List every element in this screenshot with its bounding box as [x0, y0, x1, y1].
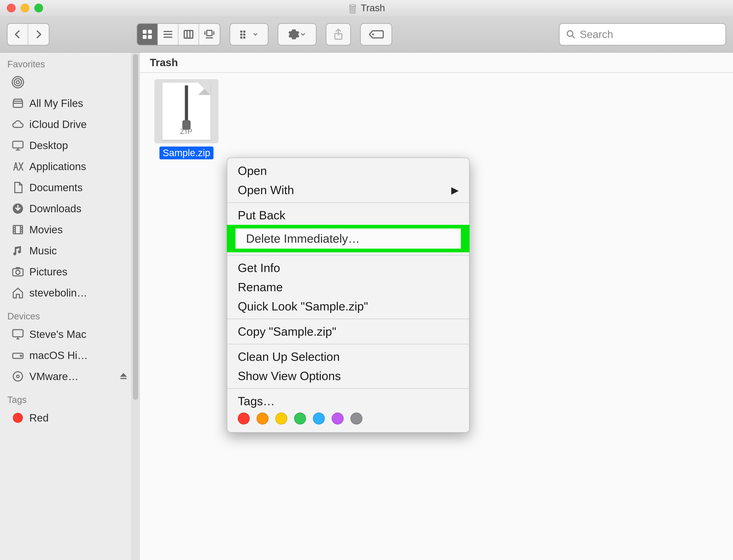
zip-file-icon: ZIP — [162, 83, 210, 140]
svg-point-0 — [349, 4, 355, 6]
menu-item-label: Put Back — [238, 208, 285, 222]
sidebar-item-label: Pictures — [29, 266, 139, 278]
edit-tags-button[interactable] — [360, 23, 392, 46]
sidebar-item-label: macOS Hi… — [29, 349, 139, 362]
sidebar-heading-favorites: Favorites — [0, 58, 139, 72]
sidebar-item-applications[interactable]: Applications — [0, 156, 139, 177]
sidebar-item-tag-red[interactable]: Red — [0, 407, 139, 428]
sidebar-item-movies[interactable]: Movies — [0, 219, 139, 240]
file-ext-label: ZIP — [162, 127, 210, 136]
allfiles-icon — [11, 97, 24, 110]
menu-item-label: Show View Options — [238, 369, 341, 383]
movies-icon — [11, 223, 24, 236]
tag-circle-red[interactable] — [238, 413, 250, 424]
window-title-text: Trash — [361, 3, 385, 14]
sidebar-item-disc-vmware[interactable]: VMware… — [0, 366, 139, 387]
file-item[interactable]: ZIP Sample.zip — [150, 79, 223, 159]
sidebar-item-desktop[interactable]: Desktop — [0, 135, 139, 156]
sidebar-item-label: iCloud Drive — [29, 118, 139, 130]
location-header: Trash — [140, 53, 733, 73]
file-grid[interactable]: ZIP Sample.zip Open Open With ▶ Put Back — [140, 73, 733, 560]
tag-circle-yellow[interactable] — [275, 413, 287, 424]
menu-separator — [227, 202, 469, 203]
menu-item-label: Copy "Sample.zip" — [238, 325, 336, 338]
sidebar-item-label: Movies — [29, 223, 139, 236]
scrollbar-thumb[interactable] — [133, 54, 138, 400]
search-field[interactable] — [559, 23, 726, 46]
tag-circle-gray[interactable] — [350, 413, 362, 424]
sidebar-item-label: Red — [29, 412, 139, 424]
svg-point-38 — [16, 375, 19, 378]
menu-item-quick-look[interactable]: Quick Look "Sample.zip" — [227, 297, 469, 316]
search-input[interactable] — [580, 28, 719, 41]
view-mode-segment — [136, 23, 220, 46]
sidebar-item-all-my-files[interactable]: All My Files — [0, 93, 139, 114]
window-title: Trash — [0, 3, 733, 14]
sidebar-item-airdrop[interactable] — [0, 72, 139, 93]
action-menu-button[interactable] — [277, 23, 316, 46]
menu-item-clean-up-selection[interactable]: Clean Up Selection — [227, 347, 469, 366]
tag-icon — [368, 29, 384, 40]
menu-item-open[interactable]: Open — [227, 161, 469, 180]
sidebar-item-disk-macos[interactable]: macOS Hi… — [0, 345, 139, 366]
menu-separator — [227, 255, 469, 256]
minimize-window-button[interactable] — [21, 4, 29, 12]
nav-back-forward — [7, 23, 49, 46]
eject-icon[interactable] — [119, 372, 128, 381]
menu-item-delete-immediately[interactable]: Delete Immediately… — [235, 228, 461, 249]
sidebar-item-music[interactable]: Music — [0, 240, 139, 261]
sidebar-item-label: stevebolin… — [29, 287, 139, 299]
menu-item-label: Open — [238, 164, 267, 178]
tag-circle-blue[interactable] — [313, 413, 325, 424]
sidebar-item-label: All My Files — [29, 97, 139, 109]
tag-circle-green[interactable] — [294, 413, 306, 424]
coverflow-view-button[interactable] — [199, 24, 220, 45]
sidebar-item-home[interactable]: stevebolin… — [0, 282, 139, 303]
list-view-button[interactable] — [158, 24, 178, 45]
share-button[interactable] — [326, 23, 351, 46]
column-view-button[interactable] — [178, 24, 199, 45]
tag-circle-purple[interactable] — [332, 413, 343, 424]
menu-item-show-view-options[interactable]: Show View Options — [227, 366, 469, 386]
close-window-button[interactable] — [7, 4, 16, 12]
sidebar-item-label: VMware… — [29, 370, 114, 383]
fullscreen-window-button[interactable] — [34, 4, 43, 12]
svg-rect-18 — [243, 30, 245, 33]
menu-item-tags[interactable]: Tags… — [227, 391, 469, 409]
menu-item-label: Get Info — [238, 261, 280, 275]
svg-rect-11 — [207, 30, 212, 35]
menu-item-put-back[interactable]: Put Back — [227, 206, 469, 225]
menu-item-get-info[interactable]: Get Info — [227, 258, 469, 277]
share-icon — [333, 28, 344, 41]
desktop-icon — [11, 139, 24, 152]
menu-item-label: Open With — [238, 183, 294, 197]
imac-icon — [11, 328, 24, 341]
pictures-icon — [11, 265, 24, 278]
menu-item-label: Clean Up Selection — [238, 350, 340, 364]
file-name-label[interactable]: Sample.zip — [159, 147, 213, 159]
menu-item-label: Delete Immediately… — [246, 232, 360, 245]
back-button[interactable] — [8, 24, 28, 45]
menu-item-open-with[interactable]: Open With ▶ — [227, 180, 469, 200]
svg-line-24 — [572, 35, 575, 38]
menu-item-copy[interactable]: Copy "Sample.zip" — [227, 322, 469, 341]
svg-rect-20 — [243, 36, 245, 38]
highlight-annotation: Delete Immediately… — [227, 225, 470, 252]
sidebar: Favorites All My Files iCloud Drive Desk… — [0, 53, 140, 560]
sidebar-item-downloads[interactable]: Downloads — [0, 198, 139, 219]
disk-icon — [11, 349, 24, 362]
menu-item-rename[interactable]: Rename — [227, 277, 469, 297]
sidebar-item-this-mac[interactable]: Steve's Mac — [0, 324, 139, 345]
sidebar-scrollbar[interactable] — [131, 53, 139, 560]
sidebar-item-documents[interactable]: Documents — [0, 177, 139, 198]
svg-rect-19 — [243, 33, 245, 35]
tag-circle-orange[interactable] — [256, 413, 268, 424]
sidebar-item-label: Desktop — [29, 139, 139, 152]
icon-view-button[interactable] — [137, 24, 158, 45]
downloads-icon — [11, 202, 24, 215]
forward-button[interactable] — [28, 24, 49, 45]
sidebar-item-icloud-drive[interactable]: iCloud Drive — [0, 114, 139, 135]
svg-rect-2 — [148, 30, 152, 33]
sidebar-item-pictures[interactable]: Pictures — [0, 261, 139, 282]
arrange-button[interactable] — [229, 23, 268, 46]
